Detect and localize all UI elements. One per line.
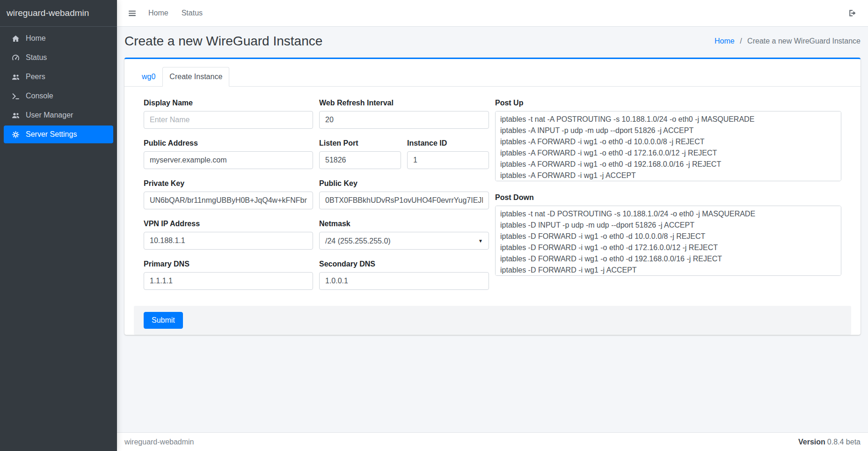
navbar-link-status[interactable]: Status [175,9,209,17]
field-display-name: Display Name [144,99,313,129]
field-public-key: Public Key [319,179,489,209]
post-down-label: Post Down [495,193,841,202]
sidebar-item-peers[interactable]: Peers [4,68,113,86]
primary-dns-label: Primary DNS [144,260,313,268]
sidebar-item-label: Console [26,92,53,100]
gear-icon [10,131,21,139]
field-listen-port: Listen Port [319,139,401,169]
page-footer: wireguard-webadmin Version0.8.4 beta [117,432,868,451]
web-refresh-interval-label: Web Refresh Interval [319,99,489,107]
sidebar-item-server-settings[interactable]: Server Settings [4,126,113,143]
navbar-link-home[interactable]: Home [142,9,175,17]
sidebar: wireguard-webadmin Home Status Peers Co [0,0,117,451]
tab-create-instance[interactable]: Create Instance [162,67,229,87]
tab-wg0[interactable]: wg0 [135,67,162,87]
field-post-down: Post Down iptables -t nat -D POSTROUTING… [495,193,841,278]
create-instance-card: wg0 Create Instance Display Name Public … [124,58,861,335]
version-value: 0.8.4 beta [827,438,861,446]
sidebar-item-label: User Manager [26,111,73,119]
brand-text: wireguard-webadmin [7,8,89,18]
field-secondary-dns: Secondary DNS [319,260,489,290]
main-column: Home Status Create a new WireGuard Insta… [117,0,868,451]
sidebar-item-user-manager[interactable]: User Manager [4,106,113,124]
sidebar-item-label: Server Settings [26,130,77,139]
post-up-label: Post Up [495,99,841,107]
hamburger-menu-icon[interactable] [123,9,142,17]
field-netmask: Netmask /24 (255.255.255.0) ▼ [319,220,489,250]
netmask-label: Netmask [319,220,489,228]
form-footer: Submit [134,306,851,335]
vpn-ip-label: VPN IP Address [144,220,313,228]
web-refresh-interval-input[interactable] [319,111,489,129]
content: Create a new WireGuard Instance Home / C… [117,27,868,432]
page-title: Create a new WireGuard Instance [124,33,322,49]
form-column-2: Web Refresh Interval Listen Port Instanc… [319,99,489,300]
form-column-3: Post Up iptables -t nat -A POSTROUTING -… [495,99,841,300]
sidebar-item-label: Home [26,34,46,43]
home-icon [10,35,21,43]
submit-button[interactable]: Submit [144,312,183,329]
field-private-key: Private Key [144,179,313,209]
breadcrumb-current: Create a new WireGuard Instance [747,37,861,45]
users-icon [10,73,21,81]
breadcrumb: Home / Create a new WireGuard Instance [715,37,861,45]
sidebar-item-label: Peers [26,73,45,81]
listen-port-input[interactable] [319,151,401,169]
secondary-dns-label: Secondary DNS [319,260,489,268]
form-column-1: Display Name Public Address Private Key [144,99,313,300]
sidebar-item-label: Status [26,53,47,62]
public-key-label: Public Key [319,179,489,188]
secondary-dns-input[interactable] [319,272,489,290]
sidebar-item-home[interactable]: Home [4,30,113,47]
field-instance-id: Instance ID [407,139,489,169]
post-down-textarea[interactable]: iptables -t nat -D POSTROUTING -s 10.188… [495,206,841,276]
private-key-label: Private Key [144,179,313,188]
content-header: Create a new WireGuard Instance Home / C… [117,27,868,58]
breadcrumb-separator: / [740,37,742,45]
field-web-refresh-interval: Web Refresh Interval [319,99,489,129]
instance-tabs: wg0 Create Instance [124,59,861,87]
instance-id-label: Instance ID [407,139,489,148]
instance-form: Display Name Public Address Private Key [124,87,861,306]
field-primary-dns: Primary DNS [144,260,313,290]
breadcrumb-home-link[interactable]: Home [715,37,735,45]
vpn-ip-input[interactable] [144,232,313,250]
field-post-up: Post Up iptables -t nat -A POSTROUTING -… [495,99,841,183]
private-key-input[interactable] [144,192,313,209]
field-vpn-ip: VPN IP Address [144,220,313,250]
display-name-input[interactable] [144,111,313,129]
instance-id-input[interactable] [407,151,489,169]
netmask-select[interactable]: /24 (255.255.255.0) [319,232,489,250]
primary-dns-input[interactable] [144,272,313,290]
display-name-label: Display Name [144,99,313,107]
top-navbar: Home Status [117,0,868,27]
public-key-input[interactable] [319,192,489,209]
gauge-icon [10,54,21,62]
brand-link[interactable]: wireguard-webadmin [0,0,117,27]
users-icon [10,111,21,119]
field-public-address: Public Address [144,139,313,169]
sidebar-nav: Home Status Peers Console User Manager [0,27,117,143]
post-up-textarea[interactable]: iptables -t nat -A POSTROUTING -s 10.188… [495,111,841,181]
public-address-label: Public Address [144,139,313,148]
footer-version: Version0.8.4 beta [798,438,861,446]
version-label: Version [798,438,825,446]
terminal-icon [10,92,21,100]
footer-brand: wireguard-webadmin [124,438,194,446]
sidebar-item-console[interactable]: Console [4,87,113,105]
listen-port-label: Listen Port [319,139,401,148]
logout-icon[interactable] [848,9,857,17]
public-address-input[interactable] [144,151,313,169]
netmask-select-wrap: /24 (255.255.255.0) ▼ [319,232,489,250]
sidebar-item-status[interactable]: Status [4,49,113,67]
field-port-and-id: Listen Port Instance ID [319,139,489,169]
